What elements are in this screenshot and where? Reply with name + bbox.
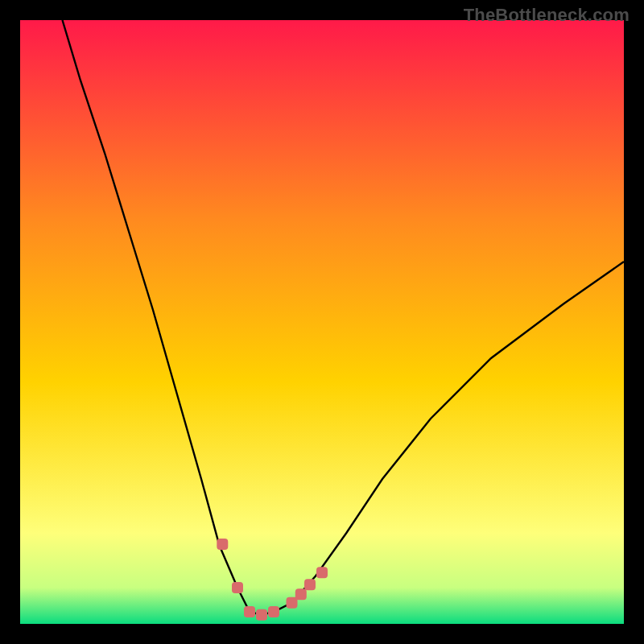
plot-area [20,20,624,624]
minimum-marker [232,582,243,593]
chart-container: TheBottleneck.com [0,0,644,644]
minimum-marker [256,609,267,621]
minimum-marker [304,579,316,590]
gradient-bg [20,20,624,624]
minimum-marker [287,597,298,609]
minimum-marker [295,588,307,600]
bottleneck-chart [20,20,624,624]
minimum-marker [316,567,328,578]
minimum-marker [217,539,228,550]
minimum-marker [244,606,255,617]
minimum-marker [268,606,279,617]
watermark-text: TheBottleneck.com [464,5,630,26]
